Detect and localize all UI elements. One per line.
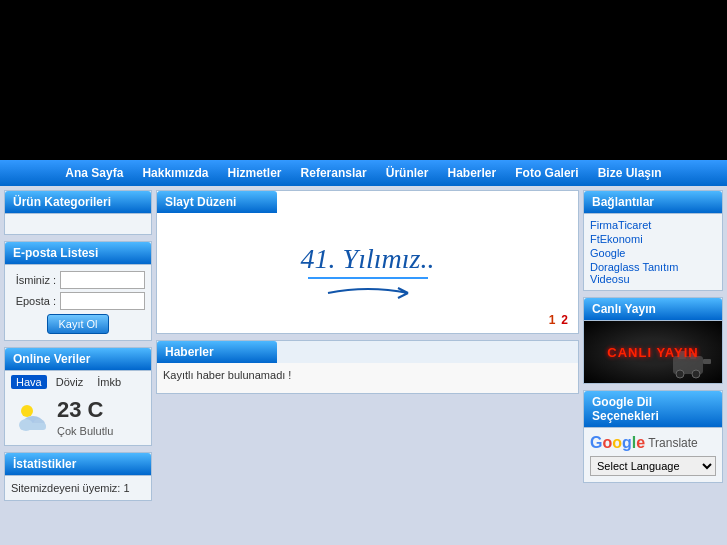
slayt-nav: 1 2	[549, 313, 568, 327]
nav-bar: Ana Sayfa Hakkımızda Hizmetler Referansl…	[0, 160, 727, 186]
isminiz-row: İsminiz :	[11, 271, 145, 289]
isminiz-input[interactable]	[60, 271, 145, 289]
haberler-box: Haberler Kayıtlı haber bulunamadı !	[156, 340, 579, 394]
slayt-header: Slayt Düzeni	[157, 191, 277, 213]
svg-point-0	[21, 405, 33, 417]
center-column: Slayt Düzeni 41. Yılımız.. 1 2 Haberler …	[156, 190, 579, 507]
nav-ana-sayfa[interactable]: Ana Sayfa	[65, 166, 123, 180]
istatistikler-content: Sitemizdeyeni üyemiz: 1	[5, 476, 151, 500]
eposta-listesi-header: E-posta Listesi	[5, 242, 151, 265]
online-veriler-header: Online Veriler	[5, 348, 151, 371]
istatistikler-text: Sitemizdeyeni üyemiz: 1	[11, 482, 130, 494]
svg-point-9	[692, 370, 700, 378]
canli-yayin-image: CANLI YAYIN	[584, 321, 722, 383]
nav-haberler[interactable]: Haberler	[447, 166, 496, 180]
slayt-nav-2[interactable]: 2	[561, 313, 568, 327]
main-layout: Ürün Kategorileri E-posta Listesi İsmini…	[0, 186, 727, 511]
no-news-text: Kayıtlı haber bulunamadı !	[163, 369, 291, 381]
eposta-label: Eposta :	[11, 295, 56, 307]
istatistikler-box: İstatistikler Sitemizdeyeni üyemiz: 1	[4, 452, 152, 501]
canli-yayin-box: Canlı Yayın CANLI YAYIN	[583, 297, 723, 384]
slayt-headline: 41. Yılımız..	[301, 243, 435, 275]
google-dil-content: Google Translate Select Language	[584, 428, 722, 482]
nav-referanslar[interactable]: Referanslar	[301, 166, 367, 180]
urun-kategorileri-content	[5, 214, 151, 234]
nav-hizmetler[interactable]: Hizmetler	[228, 166, 282, 180]
translate-text: Translate	[648, 436, 698, 450]
slayt-arrow-icon	[318, 283, 418, 303]
tab-doviz[interactable]: Döviz	[51, 375, 89, 389]
weather-description: Çok Bulutlu	[57, 425, 113, 437]
left-column: Ürün Kategorileri E-posta Listesi İsmini…	[4, 190, 152, 507]
online-veriler-box: Online Veriler Hava Döviz İmkb	[4, 347, 152, 446]
weather-row: 23 C Çok Bulutlu	[11, 393, 145, 441]
google-translate-logo: Google Translate	[590, 434, 716, 452]
eposta-listesi-box: E-posta Listesi İsminiz : Eposta : Kayıt…	[4, 241, 152, 341]
online-tabs: Hava Döviz İmkb	[11, 375, 145, 389]
kayit-ol-button[interactable]: Kayıt Ol	[47, 314, 108, 334]
link-ft-ekonomi[interactable]: FtEkonomi	[590, 232, 716, 246]
haberler-header: Haberler	[157, 341, 277, 363]
google-dil-header: Google Dil Seçenekleri	[584, 391, 722, 428]
tab-imkb[interactable]: İmkb	[92, 375, 126, 389]
svg-point-8	[676, 370, 684, 378]
slayt-underline	[308, 277, 428, 279]
nav-foto-galeri[interactable]: Foto Galeri	[515, 166, 578, 180]
slayt-content: 41. Yılımız.. 1 2	[157, 213, 578, 333]
top-black-bar	[0, 0, 727, 160]
canli-yayin-content: CANLI YAYIN	[584, 321, 722, 383]
canli-yayin-header: Canlı Yayın	[584, 298, 722, 321]
urun-kategorileri-header: Ürün Kategorileri	[5, 191, 151, 214]
link-doraglass[interactable]: Doraglass Tanıtım Videosu	[590, 260, 716, 286]
canli-yayin-text: CANLI YAYIN	[607, 345, 698, 360]
nav-urunler[interactable]: Ürünler	[386, 166, 429, 180]
svg-rect-4	[20, 423, 46, 430]
eposta-input[interactable]	[60, 292, 145, 310]
weather-info: 23 C Çok Bulutlu	[57, 397, 113, 437]
language-select[interactable]: Select Language	[590, 456, 716, 476]
svg-rect-10	[703, 359, 711, 364]
online-veriler-content: Hava Döviz İmkb	[5, 371, 151, 445]
nav-bize-ulasin[interactable]: Bize Ulaşın	[598, 166, 662, 180]
weather-icon	[11, 397, 51, 437]
haberler-content: Kayıtlı haber bulunamadı !	[157, 363, 578, 393]
urun-kategorileri-box: Ürün Kategorileri	[4, 190, 152, 235]
right-column: Bağlantılar FirmaTicaret FtEkonomi Googl…	[583, 190, 723, 507]
link-google[interactable]: Google	[590, 246, 716, 260]
google-logo-text: Google	[590, 434, 645, 452]
nav-hakkimizda[interactable]: Hakkımızda	[142, 166, 208, 180]
tab-hava[interactable]: Hava	[11, 375, 47, 389]
eposta-listesi-content: İsminiz : Eposta : Kayıt Ol	[5, 265, 151, 340]
baglantilar-header: Bağlantılar	[584, 191, 722, 214]
eposta-row: Eposta :	[11, 292, 145, 310]
slayt-box: Slayt Düzeni 41. Yılımız.. 1 2	[156, 190, 579, 334]
isminiz-label: İsminiz :	[11, 274, 56, 286]
baglantilar-box: Bağlantılar FirmaTicaret FtEkonomi Googl…	[583, 190, 723, 291]
baglantilar-content: FirmaTicaret FtEkonomi Google Doraglass …	[584, 214, 722, 290]
temperature: 23 C	[57, 397, 113, 423]
slayt-nav-1[interactable]: 1	[549, 313, 556, 327]
istatistikler-header: İstatistikler	[5, 453, 151, 476]
google-dil-box: Google Dil Seçenekleri Google Translate …	[583, 390, 723, 483]
link-firma-ticaret[interactable]: FirmaTicaret	[590, 218, 716, 232]
